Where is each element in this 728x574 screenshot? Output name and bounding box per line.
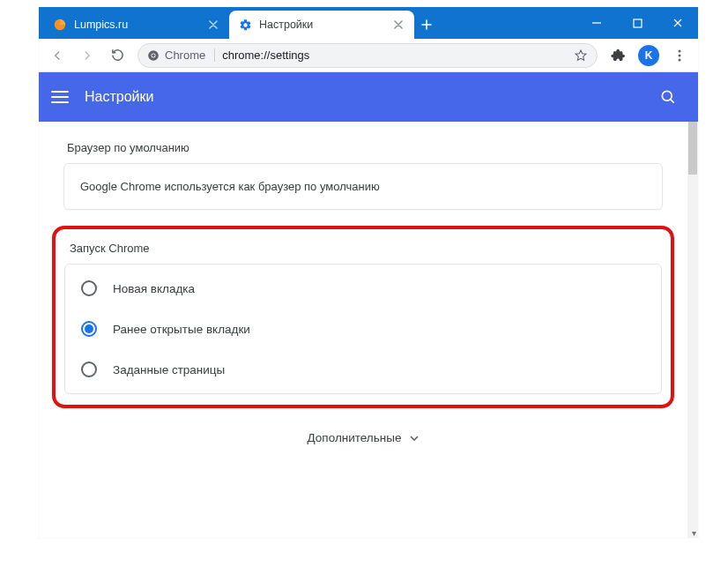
advanced-label: Дополнительные: [308, 431, 402, 444]
radio-label: Новая вкладка: [113, 282, 195, 295]
tab-close-icon[interactable]: [391, 18, 405, 32]
settings-header: Настройки: [39, 72, 698, 122]
content-area: Браузер по умолчанию Google Chrome испол…: [39, 122, 698, 538]
minimize-button[interactable]: [576, 7, 617, 39]
svg-point-5: [679, 49, 681, 52]
bookmark-star-icon[interactable]: [574, 48, 588, 63]
chrome-chip-label: Chrome: [165, 48, 205, 62]
section-title: Браузер по умолчанию: [67, 141, 663, 154]
svg-rect-1: [634, 19, 642, 27]
forward-button[interactable]: [74, 42, 100, 69]
svg-point-6: [679, 54, 681, 56]
browser-window: Lumpics.ru Настройки: [39, 7, 698, 538]
radio-icon: [81, 321, 97, 337]
settings-title: Настройки: [85, 89, 153, 105]
menu-button[interactable]: [666, 42, 693, 69]
radio-icon: [81, 280, 97, 296]
lumpics-favicon-icon: [53, 18, 67, 32]
search-icon[interactable]: [659, 88, 677, 106]
section-title: Запуск Chrome: [70, 242, 662, 255]
scrollbar-track[interactable]: ▴ ▾: [687, 122, 698, 538]
radio-label: Ранее открытые вкладки: [113, 323, 250, 336]
maximize-button[interactable]: [617, 7, 657, 39]
titlebar: Lumpics.ru Настройки: [39, 7, 698, 39]
tab-close-icon[interactable]: [206, 18, 220, 32]
default-browser-section: Браузер по умолчанию Google Chrome испол…: [63, 136, 663, 210]
content-scroll[interactable]: Браузер по умолчанию Google Chrome испол…: [39, 122, 687, 538]
default-browser-card: Google Chrome используется как браузер п…: [63, 163, 663, 210]
url-text: chrome://settings: [222, 48, 309, 62]
avatar-initial: K: [645, 49, 653, 62]
chevron-down-icon: [410, 434, 419, 443]
svg-point-4: [152, 54, 155, 57]
radio-continue[interactable]: Ранее открытые вкладки: [65, 309, 661, 349]
radio-new-tab[interactable]: Новая вкладка: [65, 268, 661, 309]
reload-button[interactable]: [104, 42, 130, 69]
on-startup-card: Новая вкладка Ранее открытые вкладки Зад…: [64, 264, 662, 394]
tab-settings[interactable]: Настройки: [229, 11, 414, 39]
chrome-chip: Chrome: [147, 48, 215, 62]
omnibox[interactable]: Chrome chrome://settings: [137, 43, 598, 68]
gear-icon: [238, 18, 252, 32]
radio-icon: [81, 362, 97, 377]
new-tab-button[interactable]: [414, 11, 439, 39]
chrome-logo-icon: [147, 49, 160, 62]
radio-specific-pages[interactable]: Заданные страницы: [65, 349, 661, 390]
scroll-down-icon[interactable]: ▾: [688, 527, 698, 538]
extensions-icon[interactable]: [605, 42, 631, 69]
tab-title: Lumpics.ru: [74, 19, 199, 31]
toolbar: Chrome chrome://settings K: [39, 39, 698, 72]
back-button[interactable]: [44, 42, 71, 69]
tab-lumpics[interactable]: Lumpics.ru: [44, 11, 229, 39]
window-controls: [576, 7, 698, 39]
advanced-toggle[interactable]: Дополнительные: [308, 431, 420, 444]
scrollbar-thumb[interactable]: [688, 122, 697, 175]
on-startup-highlight: Запуск Chrome Новая вкладка Ранее открыт…: [52, 226, 674, 408]
default-browser-text: Google Chrome используется как браузер п…: [80, 180, 380, 193]
svg-point-8: [662, 91, 672, 101]
tab-title: Настройки: [259, 19, 384, 31]
radio-label: Заданные страницы: [113, 363, 225, 376]
svg-point-7: [679, 58, 681, 61]
avatar[interactable]: K: [638, 45, 659, 66]
hamburger-icon[interactable]: [51, 90, 69, 104]
close-window-button[interactable]: [657, 7, 698, 39]
